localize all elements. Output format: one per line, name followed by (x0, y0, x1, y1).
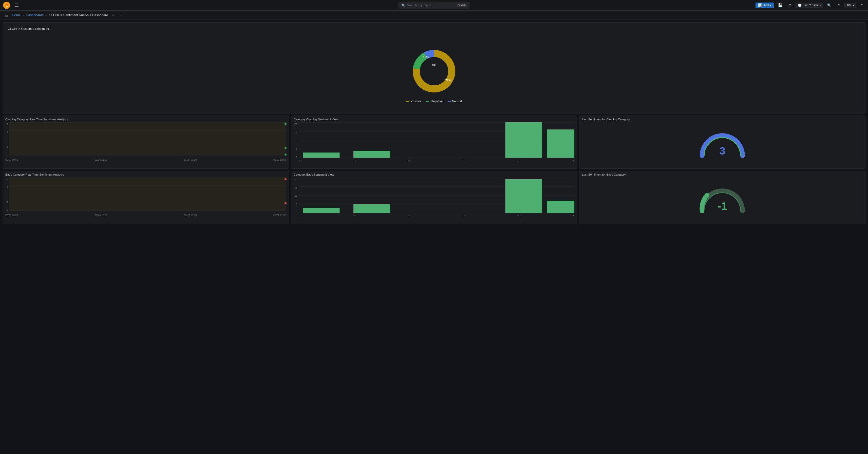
collapse-button[interactable]: ⌃ (859, 3, 865, 8)
chevron-down-icon: ▾ (819, 4, 821, 7)
bags-bar-y-axis: 20 15 10 5 0 (293, 178, 298, 214)
bags-rt-svg (9, 178, 286, 211)
clothing-rt-chart: 3 2 1 0 -1 (5, 122, 286, 158)
legend-negative-label: Negative (430, 99, 442, 103)
clothing-rt-dot-top (284, 123, 286, 125)
clothing-rt-title: Clothing Category Real Time Sentiment An… (5, 118, 286, 121)
svg-rect-9 (9, 122, 286, 155)
bags-rt-chart: 3 2 1 0 -1 (5, 178, 286, 213)
zoom-out-button[interactable]: 🔍 (826, 3, 833, 8)
col-left: Clothing Category Real Time Sentiment An… (3, 116, 289, 224)
bags-gauge-value: -1 (717, 200, 727, 212)
clothing-bar-panel: Category Clothing Sentiment View 20 15 1… (291, 116, 577, 169)
bags-bar-x-axis: -1 0 1 2 3 4 (298, 214, 575, 217)
bags-bar-chart: 20 15 10 5 0 (293, 178, 575, 218)
favorite-button[interactable]: ☆ (110, 13, 116, 18)
legend-neutral-label: Neutral (452, 99, 462, 103)
col-right: Last Sentiment for Clothing Category 3 (579, 116, 865, 224)
col-mid: Category Clothing Sentiment View 20 15 1… (291, 116, 577, 224)
breadcrumb-sep1: › (23, 13, 24, 17)
menu-button[interactable]: ☰ (13, 2, 20, 9)
legend-neutral: Neutral (448, 99, 462, 103)
positive-pct-label: 77% (445, 79, 451, 82)
clothing-gauge-value: 3 (719, 145, 725, 157)
clothing-rt-chart-area (9, 122, 286, 158)
svg-rect-22 (353, 151, 390, 158)
clothing-rt-svg (9, 122, 286, 155)
bags-bar-area: -1 0 1 2 3 4 (298, 178, 575, 218)
top-panel-title: GLOBEX Customer Sentiments (5, 25, 863, 32)
chevron-down-icon: ▾ (770, 4, 771, 7)
svg-rect-32 (505, 179, 542, 213)
refresh-rate[interactable]: 10s ▾ (844, 3, 856, 8)
clothing-bar-x-axis: -1 0 1 2 3 4 (298, 159, 575, 162)
bags-bar-title: Category Bags Sentiment View (293, 173, 575, 176)
bags-rt-panel: Bags Category Real Time Sentiment Analys… (3, 171, 289, 224)
clothing-gauge: 3 (697, 129, 748, 160)
legend-positive-dot (406, 101, 409, 102)
neutral-pct-label: 8% (432, 64, 436, 67)
bags-gauge: -1 (697, 184, 748, 215)
clothing-bar-chart: 20 15 10 5 0 (293, 122, 575, 163)
search-shortcut: cmd+k (457, 4, 467, 7)
clothing-rt-panel: Clothing Category Real Time Sentiment An… (3, 116, 289, 169)
time-range-picker[interactable]: 🕐 Last 2 days ▾ (796, 3, 823, 8)
clothing-gauge-title: Last Sentiment for Clothing Category (582, 118, 863, 121)
bags-rt-title: Bags Category Real Time Sentiment Analys… (5, 173, 286, 176)
add-button[interactable]: 📊 Add ▾ (755, 3, 774, 8)
svg-rect-24 (547, 129, 575, 158)
bags-rt-dot-top (284, 178, 286, 180)
svg-rect-31 (353, 204, 390, 213)
bags-bar-svg (298, 178, 575, 213)
legend-positive: Positive (406, 99, 421, 103)
legend-positive-label: Positive (410, 99, 421, 103)
save-button[interactable]: 💾 (776, 3, 784, 8)
top-sentiment-panel: GLOBEX Customer Sentiments 8% 15% 77% (3, 22, 865, 114)
topbar-right: 📊 Add ▾ 💾 ⚙ 🕐 Last 2 days ▾ 🔍 ↻ 10s ▾ ⌃ (755, 2, 865, 8)
donut-container: 8% 15% 77% Positive Negative Neutral (5, 32, 863, 117)
search-bar[interactable]: 🔍 Search or jump to... cmd+k (399, 2, 469, 9)
svg-rect-30 (303, 208, 340, 213)
search-icon: 🔍 (401, 4, 405, 7)
clothing-gauge-panel: Last Sentiment for Clothing Category 3 (579, 116, 865, 169)
clothing-gauge-container: 3 (582, 122, 863, 167)
sidebar-toggle[interactable]: ☰ (4, 13, 10, 18)
clothing-rt-dot-mid (284, 147, 286, 149)
bags-bar-panel: Category Bags Sentiment View 20 15 10 5 … (291, 171, 577, 224)
breadcrumb: ☰ Home › Dashboards › GLOBEX Sentiment A… (0, 11, 868, 20)
share-button[interactable]: ⤴ (118, 13, 123, 18)
lower-grid: Clothing Category Real Time Sentiment An… (3, 116, 865, 226)
legend-negative-dot (426, 101, 429, 102)
legend-negative: Negative (426, 99, 442, 103)
donut-chart: 8% 15% 77% (409, 46, 459, 96)
settings-button[interactable]: ⚙ (787, 3, 793, 8)
negative-pct-label: 15% (423, 56, 429, 59)
svg-point-3 (421, 58, 447, 84)
clothing-rt-x-labels: 06/26 00:00 06/26 12:00 06/27 00:00 06/2… (5, 158, 286, 161)
breadcrumb-current: GLOBEX Sentiment Analysis Dashboard (49, 13, 108, 17)
clothing-bar-y-axis: 20 15 10 5 0 (293, 123, 298, 158)
svg-rect-21 (303, 153, 340, 158)
bags-rt-y-axis: 3 2 1 0 -1 (5, 178, 9, 211)
bags-rt-x-labels: 06/26 00:00 06/26 12:00 06/27 00:00 06/2… (5, 214, 286, 216)
clothing-bar-area: -1 0 1 2 3 4 (298, 122, 575, 163)
topbar: 🔥 ☰ 🔍 Search or jump to... cmd+k 📊 Add ▾… (0, 0, 868, 11)
svg-rect-15 (9, 178, 286, 211)
bags-rt-chart-area (9, 178, 286, 213)
clothing-rt-dot-bot (284, 154, 286, 156)
breadcrumb-dashboards[interactable]: Dashboards (26, 13, 43, 17)
refresh-button[interactable]: ↻ (836, 2, 842, 8)
svg-rect-23 (505, 122, 542, 158)
chart-legend: Positive Negative Neutral (406, 99, 462, 103)
main-content: GLOBEX Customer Sentiments 8% 15% 77% (0, 20, 868, 454)
bags-gauge-panel: Last Sentiment for Bags Category (579, 171, 865, 224)
clothing-bar-title: Category Clothing Sentiment View (293, 118, 575, 121)
breadcrumb-home[interactable]: Home (12, 13, 21, 17)
bags-gauge-title: Last Sentiment for Bags Category (582, 173, 863, 176)
clothing-rt-y-axis: 3 2 1 0 -1 (5, 123, 9, 156)
breadcrumb-sep2: › (45, 13, 46, 17)
app-logo: 🔥 (3, 2, 10, 9)
search-placeholder: Search or jump to... (407, 4, 434, 7)
bags-gauge-container: -1 (582, 178, 863, 222)
legend-neutral-dot (448, 101, 451, 102)
